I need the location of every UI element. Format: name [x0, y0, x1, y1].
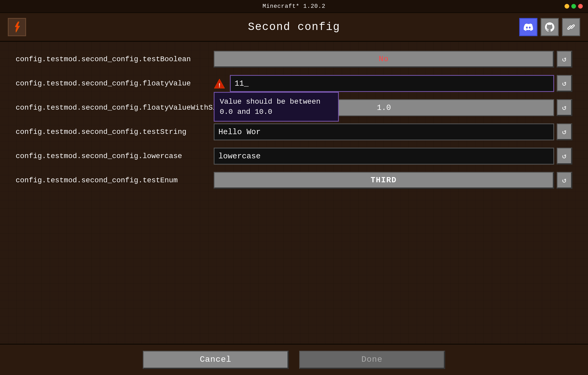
config-input-enum: THIRD ↺ [214, 172, 572, 189]
mod-icon-svg [11, 21, 23, 33]
done-button[interactable]: Done [299, 351, 445, 369]
validation-tooltip: Value should be between 0.0 and 10.0 [214, 92, 339, 122]
discord-button[interactable] [519, 18, 537, 36]
svg-text:!: ! [218, 83, 221, 89]
config-input-string: ↺ [214, 123, 572, 140]
reset-icon: ↺ [562, 55, 567, 64]
floaty-reset-button[interactable]: ↺ [557, 75, 572, 92]
config-row-lowercase: config.testmod.second_config.lowercase ↺ [16, 146, 572, 166]
reset-icon-slider: ↺ [562, 103, 567, 112]
config-key-floaty: config.testmod.second_config.floatyValue [16, 79, 214, 88]
lowercase-input[interactable] [214, 148, 554, 165]
config-key-string: config.testmod.second_config.testString [16, 128, 214, 136]
reset-icon-string: ↺ [562, 127, 567, 136]
enum-button[interactable]: THIRD [214, 172, 554, 189]
lowercase-reset-button[interactable]: ↺ [557, 148, 572, 165]
floaty-input[interactable] [230, 75, 554, 92]
config-key-enum: config.testmod.second_config.testEnum [16, 176, 214, 184]
mod-icon [8, 18, 26, 36]
config-row-boolean: config.testmod.second_config.testBoolean… [16, 49, 572, 69]
header-bar: Second config [0, 13, 588, 42]
enum-value: THIRD [371, 176, 397, 185]
config-input-boolean: No ↺ [214, 51, 572, 68]
page-title: Second config [248, 21, 340, 33]
bottom-bar: Cancel Done [0, 344, 588, 375]
config-key-lowercase: config.testmod.second_config.lowercase [16, 152, 214, 160]
github-icon [544, 22, 555, 32]
warning-icon: ! [214, 78, 225, 89]
link-button[interactable] [562, 18, 580, 36]
config-row-enum: config.testmod.second_config.testEnum TH… [16, 171, 572, 190]
minimize-button[interactable] [565, 4, 569, 9]
main-content: config.testmod.second_config.testBoolean… [0, 42, 588, 344]
config-key-slider: config.testmod.second_config.floatyValue… [16, 104, 214, 112]
config-key-boolean: config.testmod.second_config.testBoolean [16, 55, 214, 63]
maximize-button[interactable] [571, 4, 576, 9]
close-button[interactable] [578, 4, 583, 9]
discord-icon [523, 22, 534, 32]
reset-icon-lowercase: ↺ [562, 152, 567, 160]
title-bar: Minecraft* 1.20.2 [0, 0, 588, 13]
config-row-floaty: config.testmod.second_config.floatyValue… [16, 74, 572, 93]
window-title: Minecraft* 1.20.2 [262, 3, 325, 10]
slider-reset-button[interactable]: ↺ [557, 99, 572, 116]
boolean-value: No [379, 55, 389, 64]
boolean-toggle-button[interactable]: No [214, 51, 554, 68]
reset-icon-floaty: ↺ [562, 79, 567, 88]
enum-reset-button[interactable]: ↺ [557, 172, 572, 189]
boolean-reset-button[interactable]: ↺ [557, 51, 572, 68]
link-icon [566, 22, 576, 32]
tooltip-text: Value should be between 0.0 and 10.0 [220, 98, 320, 116]
done-label: Done [362, 355, 383, 364]
reset-icon-enum: ↺ [562, 176, 567, 185]
github-button[interactable] [541, 18, 559, 36]
config-input-floaty: ! ↺ [214, 75, 572, 92]
window-controls [565, 4, 583, 9]
slider-value: 1.0 [377, 103, 391, 112]
config-input-lowercase: ↺ [214, 148, 572, 165]
config-row-string: config.testmod.second_config.testString … [16, 122, 572, 142]
header-buttons [519, 18, 580, 36]
string-reset-button[interactable]: ↺ [557, 123, 572, 140]
string-input[interactable] [214, 123, 554, 140]
cancel-label: Cancel [200, 355, 231, 364]
cancel-button[interactable]: Cancel [143, 351, 289, 369]
